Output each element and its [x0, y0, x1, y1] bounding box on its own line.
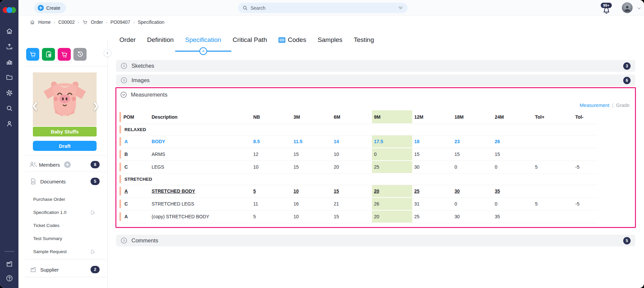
value-cell[interactable]: 11 — [251, 197, 291, 210]
breadcrumb-order[interactable]: Order — [91, 19, 103, 25]
profile-icon[interactable] — [5, 119, 14, 128]
value-cell[interactable]: 12 — [251, 148, 291, 161]
value-cell[interactable]: 25 — [412, 185, 452, 197]
collapse-panel-button[interactable] — [104, 49, 111, 57]
create-button[interactable]: Create — [34, 3, 66, 13]
tab-codes[interactable]: Codes — [278, 36, 306, 46]
value-cell[interactable] — [533, 185, 573, 197]
value-cell[interactable]: 21 — [332, 197, 372, 210]
value-cell[interactable]: 15 — [452, 148, 493, 161]
value-cell[interactable]: 10 — [291, 210, 332, 223]
document-item-purchase-order[interactable]: Purchase Order — [24, 193, 107, 206]
description-cell[interactable]: LEGS — [150, 161, 251, 173]
documents-row[interactable]: Documents 5 — [24, 174, 107, 188]
value-cell[interactable]: 26 — [493, 135, 533, 148]
export-document-icon[interactable] — [90, 210, 95, 215]
measurement-row-body[interactable]: ABODY8.511.51417.5182326 — [119, 135, 598, 148]
remove-from-cart-button[interactable] — [58, 48, 71, 61]
breadcrumb-home-icon[interactable] — [30, 19, 35, 25]
document-item-test-summary[interactable]: Test Summary — [24, 232, 107, 245]
value-cell[interactable]: 0 — [372, 148, 412, 161]
members-row[interactable]: Members 8 — [24, 158, 107, 172]
measurement-row--copy-stretched-body[interactable]: A(copy) STRETCHED BODY5101520253035 — [119, 210, 598, 223]
value-cell[interactable]: 15 — [412, 148, 452, 161]
add-member-button[interactable] — [64, 161, 71, 168]
value-cell[interactable]: 15 — [332, 185, 372, 197]
measurement-row-stretched-legs[interactable]: CSTRETCHED LEGS1116212631005-5 — [119, 197, 598, 210]
search-input[interactable] — [251, 5, 395, 11]
breadcrumb-customer[interactable]: C00002 — [58, 19, 75, 25]
tab-testing[interactable]: Testing — [354, 36, 374, 46]
help-icon[interactable] — [5, 274, 14, 283]
value-cell[interactable]: 0 — [493, 197, 533, 210]
tab-critical-path[interactable]: Critical Path — [233, 36, 267, 46]
folder-icon[interactable] — [5, 73, 14, 82]
document-item-ticket-codes[interactable]: Ticket Codes — [24, 219, 107, 232]
document-item-sample-request[interactable]: Sample Request — [24, 245, 107, 258]
value-cell[interactable]: 8.5 — [251, 135, 291, 148]
value-cell[interactable]: 10 — [291, 185, 332, 197]
status-badge[interactable]: Draft — [33, 141, 97, 151]
expand-comments-icon[interactable] — [120, 237, 127, 244]
upload-icon[interactable] — [5, 42, 14, 51]
pom-cell[interactable]: C — [121, 197, 150, 210]
value-cell[interactable]: 25 — [372, 161, 412, 173]
analytics-icon[interactable] — [5, 58, 14, 66]
expand-sketches-icon[interactable] — [120, 62, 127, 69]
value-cell[interactable]: 15 — [332, 210, 372, 223]
supplier-nav-icon[interactable] — [5, 260, 14, 268]
value-cell[interactable]: 5 — [251, 185, 291, 197]
view-measurement-link[interactable]: Measurement — [580, 103, 609, 108]
value-cell[interactable]: 0 — [452, 197, 493, 210]
pom-cell[interactable]: B — [121, 148, 150, 161]
section-comments[interactable]: Comments 5 — [116, 235, 635, 246]
account-chevron-down-icon[interactable] — [637, 6, 641, 10]
value-cell[interactable]: 10 — [251, 161, 291, 173]
pom-cell[interactable]: A — [121, 210, 150, 223]
tab-definition[interactable]: Definition — [147, 36, 174, 46]
value-cell[interactable]: 35 — [493, 185, 533, 197]
value-cell[interactable]: 25 — [412, 210, 452, 223]
measurement-row-arms[interactable]: BARMS1215100151515 — [119, 148, 598, 161]
value-cell[interactable]: 15 — [291, 148, 332, 161]
value-cell[interactable]: 5 — [533, 197, 573, 210]
carousel-next-icon[interactable] — [92, 101, 100, 111]
create-order-button[interactable] — [42, 48, 55, 61]
document-item-specification-1-0[interactable]: Specification 1.0 — [24, 206, 107, 219]
filter-icon[interactable] — [398, 5, 404, 11]
search-nav-icon[interactable] — [5, 104, 14, 113]
value-cell[interactable]: 5 — [533, 161, 573, 173]
value-cell[interactable]: 20 — [372, 210, 412, 223]
value-cell[interactable]: 15 — [291, 161, 332, 173]
value-cell[interactable]: 30 — [452, 210, 493, 223]
value-cell[interactable]: 11.5 — [291, 135, 332, 148]
supplier-row[interactable]: Supplier 2 — [24, 263, 107, 277]
value-cell[interactable]: 5 — [251, 210, 291, 223]
value-cell[interactable] — [533, 135, 573, 148]
value-cell[interactable]: 10 — [332, 148, 372, 161]
measurement-row-stretched-body[interactable]: ASTRETCHED BODY5101520253035 — [119, 185, 598, 197]
collapse-measurements-icon[interactable] — [120, 91, 127, 98]
value-cell[interactable] — [573, 148, 598, 161]
measurement-row-legs[interactable]: CLEGS1015202530005-5 — [119, 161, 598, 173]
value-cell[interactable] — [533, 210, 573, 223]
tab-order[interactable]: Order — [119, 36, 136, 46]
breadcrumb-po[interactable]: PO09407 — [110, 19, 130, 25]
user-avatar[interactable] — [622, 2, 633, 13]
value-cell[interactable]: 30 — [452, 185, 493, 197]
description-cell[interactable]: STRETCHED LEGS — [150, 197, 251, 210]
description-cell[interactable]: STRETCHED BODY — [150, 185, 251, 197]
value-cell[interactable]: 18 — [412, 135, 452, 148]
value-cell[interactable] — [533, 148, 573, 161]
value-cell[interactable]: 17.5 — [372, 135, 412, 148]
export-document-icon[interactable] — [90, 249, 95, 254]
product-tag-button[interactable]: Baby Stuffs — [33, 127, 97, 136]
value-cell[interactable]: 20 — [332, 161, 372, 173]
tab-specification[interactable]: Specification — [185, 36, 221, 46]
notifications-bell[interactable]: 99+ — [602, 5, 615, 15]
description-cell[interactable]: (copy) STRETCHED BODY — [150, 210, 251, 223]
section-sketches[interactable]: Sketches 3 — [116, 60, 635, 72]
section-images[interactable]: Images 6 — [116, 74, 635, 86]
carousel-prev-icon[interactable] — [31, 101, 39, 111]
value-cell[interactable]: 16 — [291, 197, 332, 210]
